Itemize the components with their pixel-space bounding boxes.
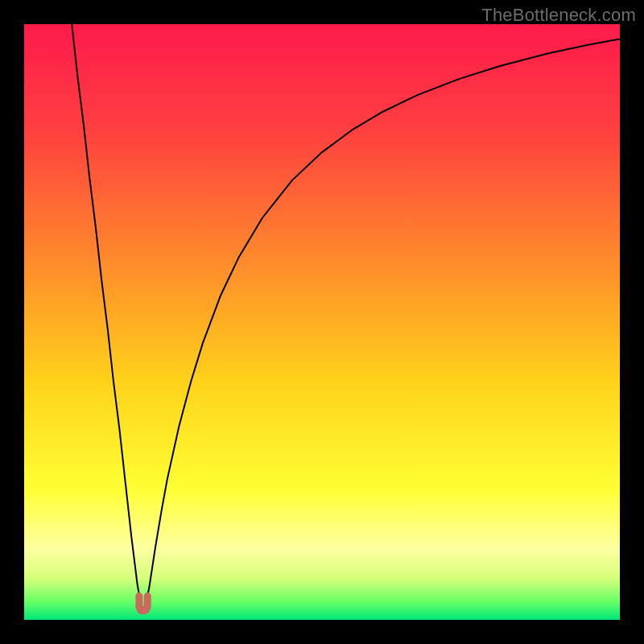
chart-svg <box>24 24 620 620</box>
chart-frame: TheBottleneck.com <box>0 0 644 644</box>
plot-area <box>24 24 620 620</box>
gradient-background <box>24 24 620 620</box>
watermark-text: TheBottleneck.com <box>481 5 636 26</box>
